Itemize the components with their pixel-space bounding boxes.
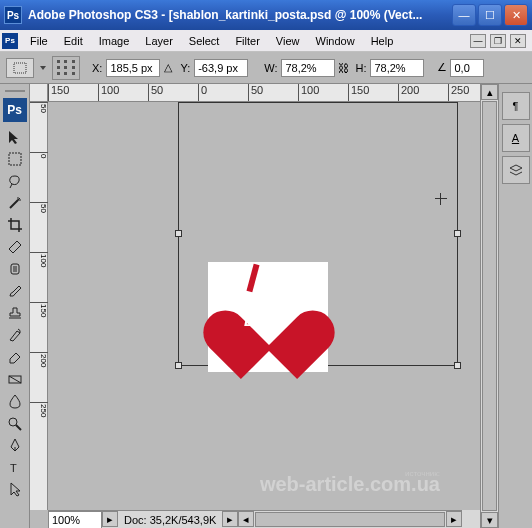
menu-select[interactable]: Select	[181, 32, 228, 50]
h-input[interactable]	[370, 59, 424, 77]
triangle-icon[interactable]: △	[160, 60, 176, 76]
dropdown-icon[interactable]	[40, 66, 46, 70]
panel-grip-icon[interactable]	[0, 88, 29, 94]
link-icon[interactable]: ⛓	[335, 60, 351, 76]
svg-rect-1	[9, 153, 21, 165]
minimize-button[interactable]: —	[452, 4, 476, 26]
menu-help[interactable]: Help	[363, 32, 402, 50]
close-button[interactable]: ✕	[504, 4, 528, 26]
healing-brush-tool[interactable]	[3, 258, 27, 280]
menu-edit[interactable]: Edit	[56, 32, 91, 50]
dodge-tool[interactable]	[3, 412, 27, 434]
w-label: W:	[264, 62, 277, 74]
type-tool[interactable]: T	[3, 456, 27, 478]
pen-tool[interactable]	[3, 434, 27, 456]
canvas-area: 150 100 50 0 50 100 150 200 250 50 0 50 …	[30, 84, 480, 528]
ruler-tick: 0	[30, 152, 48, 158]
menu-window[interactable]: Window	[308, 32, 363, 50]
doc-close-button[interactable]: ✕	[510, 34, 526, 48]
character-panel-button[interactable]: ¶	[502, 92, 530, 120]
lasso-tool[interactable]	[3, 170, 27, 192]
x-label: X:	[92, 62, 102, 74]
scroll-right-icon[interactable]: ▸	[446, 511, 462, 527]
path-select-tool[interactable]	[3, 478, 27, 500]
ruler-tick: 150	[48, 84, 69, 102]
horizontal-ruler[interactable]: 150 100 50 0 50 100 150 200 250	[48, 84, 480, 102]
options-bar: X: △ Y: W: ⛓ H: ∠	[0, 52, 532, 84]
maximize-button[interactable]: ☐	[478, 4, 502, 26]
menu-image[interactable]: Image	[91, 32, 138, 50]
angle-input[interactable]	[450, 59, 484, 77]
ruler-tick: 150	[30, 302, 48, 317]
window-title: Adobe Photoshop CS3 - [shablon_kartinki_…	[28, 8, 450, 22]
app-icon: Ps	[4, 6, 22, 24]
watermark-source: источник:	[405, 469, 440, 478]
ruler-tick: 50	[30, 202, 48, 213]
brush-tool[interactable]	[3, 280, 27, 302]
scroll-down-icon[interactable]: ▾	[481, 512, 498, 528]
marquee-tool[interactable]	[3, 148, 27, 170]
y-label: Y:	[180, 62, 190, 74]
transform-handle-left[interactable]	[175, 230, 182, 237]
scroll-left-icon[interactable]: ◂	[238, 511, 254, 527]
transform-center-icon[interactable]	[435, 193, 447, 205]
layer-image[interactable]: LOVE	[208, 262, 328, 372]
document-info[interactable]: Doc: 35,2K/543,9K	[118, 511, 222, 528]
horizontal-scrollbar[interactable]: ▸ Doc: 35,2K/543,9K ▸ ◂ ▸	[48, 510, 462, 528]
transform-handle-right[interactable]	[454, 230, 461, 237]
scroll-corner	[462, 510, 480, 528]
ps-logo-icon: Ps	[3, 98, 27, 122]
ruler-tick: 0	[198, 84, 207, 102]
ruler-tick: 200	[30, 352, 48, 367]
love-text: LOVE	[244, 312, 289, 329]
w-input[interactable]	[281, 59, 335, 77]
menu-file[interactable]: File	[22, 32, 56, 50]
zoom-dropdown-icon[interactable]: ▸	[102, 511, 118, 527]
gradient-tool[interactable]	[3, 368, 27, 390]
magic-wand-tool[interactable]	[3, 192, 27, 214]
h-label: H:	[355, 62, 366, 74]
blur-tool[interactable]	[3, 390, 27, 412]
heart-graphic: LOVE	[228, 282, 308, 352]
right-panels-dock: ¶ A	[498, 84, 532, 528]
ruler-tick: 50	[148, 84, 163, 102]
scroll-thumb-h[interactable]	[255, 512, 445, 527]
transform-handle-bottom-left[interactable]	[175, 362, 182, 369]
stamp-tool[interactable]	[3, 302, 27, 324]
y-input[interactable]	[194, 59, 248, 77]
menu-view[interactable]: View	[268, 32, 308, 50]
doc-restore-button[interactable]: ❐	[490, 34, 506, 48]
title-bar: Ps Adobe Photoshop CS3 - [shablon_kartin…	[0, 0, 532, 30]
doc-minimize-button[interactable]: —	[470, 34, 486, 48]
crop-tool[interactable]	[3, 214, 27, 236]
svg-point-4	[9, 418, 17, 426]
layers-panel-button[interactable]	[502, 156, 530, 184]
paragraph-panel-button[interactable]: A	[502, 124, 530, 152]
ps-menu-icon[interactable]: Ps	[2, 33, 18, 49]
x-input[interactable]	[106, 59, 160, 77]
svg-text:T: T	[10, 462, 17, 474]
move-tool[interactable]	[3, 126, 27, 148]
eraser-tool[interactable]	[3, 346, 27, 368]
ruler-tick: 200	[398, 84, 419, 102]
menu-layer[interactable]: Layer	[137, 32, 181, 50]
ruler-tick: 100	[298, 84, 319, 102]
vertical-ruler[interactable]: 50 0 50 100 150 200 250	[30, 102, 48, 510]
vertical-scrollbar[interactable]: ▴ ▾	[480, 84, 498, 528]
menu-filter[interactable]: Filter	[227, 32, 267, 50]
angle-icon: ∠	[434, 60, 450, 76]
ruler-origin[interactable]	[30, 84, 48, 102]
tool-preset-picker[interactable]	[6, 58, 34, 78]
ruler-tick: 150	[348, 84, 369, 102]
menu-bar: Ps File Edit Image Layer Select Filter V…	[0, 30, 532, 52]
transform-handle-bottom-right[interactable]	[454, 362, 461, 369]
scroll-up-icon[interactable]: ▴	[481, 84, 498, 100]
history-brush-tool[interactable]	[3, 324, 27, 346]
info-dropdown-icon[interactable]: ▸	[222, 511, 238, 527]
canvas[interactable]: LOVE источник: web-article.com.ua	[48, 102, 480, 510]
zoom-input[interactable]	[48, 511, 102, 528]
reference-point-icon[interactable]	[52, 56, 80, 80]
slice-tool[interactable]	[3, 236, 27, 258]
scroll-thumb-v[interactable]	[482, 101, 497, 511]
ruler-tick: 50	[30, 102, 48, 113]
